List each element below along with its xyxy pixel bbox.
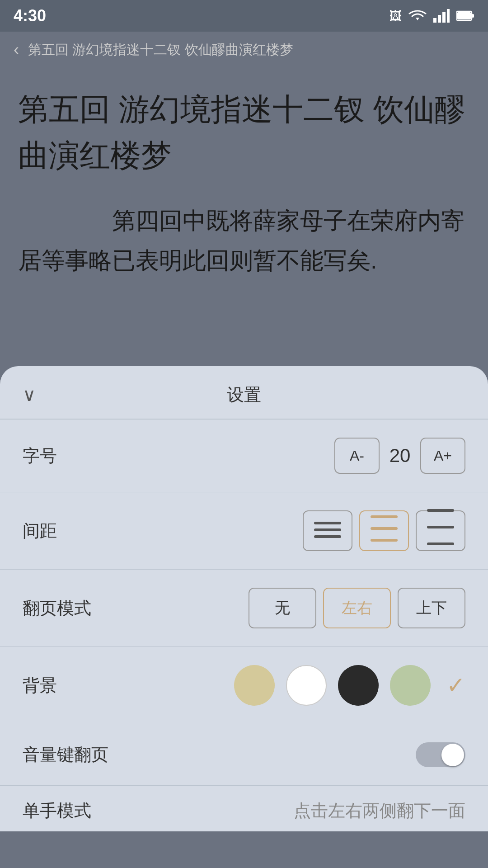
settings-title: 设置 [227,383,261,406]
status-icons: 🖼 [389,9,474,24]
chapter-title: 第五回 游幻境指迷十二钗 饮仙醪曲演红楼梦 [18,86,470,178]
font-size-label: 字号 [23,444,57,467]
font-increase-button[interactable]: A+ [420,438,465,474]
bg-color-white[interactable] [286,665,327,706]
single-hand-hint: 点击左右两侧翻下一面 [294,799,465,822]
spacing-tight-button[interactable] [303,510,352,551]
line-spacing-row: 间距 [0,492,488,570]
settings-close-button[interactable]: ∨ [23,384,36,405]
font-size-row: 字号 A- 20 A+ [0,420,488,492]
image-icon: 🖼 [389,9,402,24]
font-size-value: 20 [386,445,413,467]
page-mode-none-button[interactable]: 无 [249,588,316,628]
settings-panel: ∨ 设置 字号 A- 20 A+ 间距 [0,366,488,831]
svg-rect-0 [433,18,436,23]
bg-active-checkmark: ✓ [446,672,465,698]
background-row: 背景 ✓ [0,647,488,724]
bg-color-green[interactable] [390,665,431,706]
svg-rect-3 [447,9,450,23]
chapter-text: 第四回中既将薛家母子在荣府内寄居等事略已表明此回则暂不能写矣. [18,201,470,281]
status-time: 4:30 [14,6,46,25]
settings-header: ∨ 设置 [0,366,488,420]
spacing-controls [303,510,465,551]
bg-color-black[interactable] [338,665,379,706]
nav-title: 第五回 游幻境指迷十二钗 饮仙醪曲演红楼梦 [28,41,293,59]
page-mode-row: 翻页模式 无 左右 上下 [0,570,488,647]
svg-rect-1 [438,15,441,23]
volume-page-toggle[interactable] [416,742,465,767]
page-mode-controls: 无 左右 上下 [249,588,465,628]
nav-bar: ‹ 第五回 游幻境指迷十二钗 饮仙醪曲演红楼梦 [0,32,488,68]
back-button[interactable]: ‹ [14,40,19,59]
wifi-icon [408,9,427,23]
svg-rect-6 [457,12,471,19]
page-mode-updown-button[interactable]: 上下 [398,588,465,628]
background-color-controls: ✓ [234,665,465,706]
page-mode-leftright-button[interactable]: 左右 [323,588,391,628]
single-hand-row: 单手模式 点击左右两侧翻下一面 [0,786,488,831]
toggle-knob [441,744,464,766]
volume-page-row: 音量键翻页 [0,724,488,786]
signal-icon [433,9,450,23]
font-decrease-button[interactable]: A- [334,438,380,474]
font-size-controls: A- 20 A+ [334,438,465,474]
volume-page-label: 音量键翻页 [23,743,108,766]
background-label: 背景 [23,674,57,697]
line-spacing-label: 间距 [23,519,57,542]
battery-icon [456,10,474,21]
spacing-loose-button[interactable] [416,510,465,551]
status-bar: 4:30 🖼 [0,0,488,32]
content-area: 第五回 游幻境指迷十二钗 饮仙醪曲演红楼梦 第四回中既将薛家母子在荣府内寄居等事… [0,68,488,366]
svg-rect-2 [442,12,446,23]
spacing-medium-button[interactable] [359,510,409,551]
page-mode-label: 翻页模式 [23,597,91,620]
single-hand-label: 单手模式 [23,799,91,822]
svg-rect-5 [472,14,474,18]
bg-color-tan[interactable] [234,665,275,706]
